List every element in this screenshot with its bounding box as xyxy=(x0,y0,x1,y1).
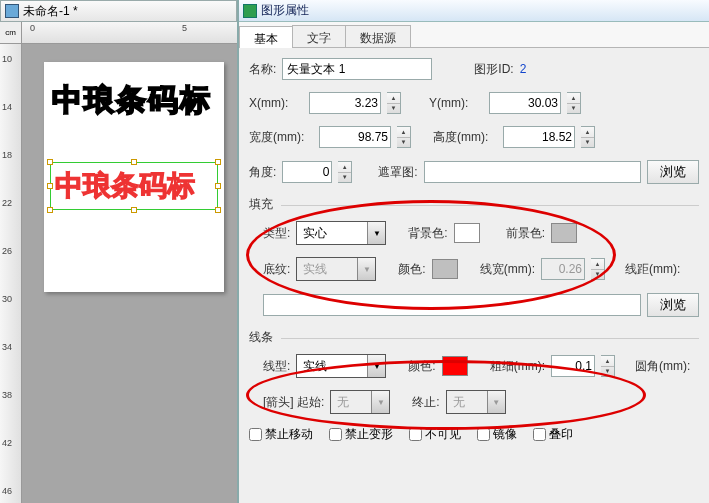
mask-input[interactable] xyxy=(424,161,641,183)
resize-handle[interactable] xyxy=(47,183,53,189)
lock-scale-checkbox[interactable]: 禁止变形 xyxy=(329,426,393,443)
y-label: Y(mm): xyxy=(429,96,483,110)
mask-label: 遮罩图: xyxy=(378,164,417,181)
thickness-label: 粗细(mm): xyxy=(490,358,545,375)
y-input[interactable] xyxy=(489,92,561,114)
chevron-down-icon: ▼ xyxy=(487,391,505,413)
panel-title: 图形属性 xyxy=(239,0,709,22)
corner-label: 圆角(mm): xyxy=(635,358,690,375)
invisible-checkbox[interactable]: 不可见 xyxy=(409,426,461,443)
bgcolor-label: 背景色: xyxy=(408,225,447,242)
browse-mask-button[interactable]: 浏览 xyxy=(647,160,699,184)
fill-type-label: 类型: xyxy=(263,225,290,242)
pattern-linew-spinner: ▲▼ xyxy=(591,258,605,280)
x-spinner[interactable]: ▲▼ xyxy=(387,92,401,114)
angle-spinner[interactable]: ▲▼ xyxy=(338,161,352,183)
lock-move-checkbox[interactable]: 禁止移动 xyxy=(249,426,313,443)
pattern-lined-label: 线距(mm): xyxy=(625,261,680,278)
doc-icon xyxy=(5,4,19,18)
name-input[interactable] xyxy=(282,58,432,80)
line-group-label: 线条 xyxy=(249,329,699,346)
text-object-1[interactable]: 中琅条码标 xyxy=(52,80,212,121)
ruler-unit: cm xyxy=(0,22,22,44)
thickness-input[interactable] xyxy=(551,355,595,377)
browse-pattern-button[interactable]: 浏览 xyxy=(647,293,699,317)
id-label: 图形ID: xyxy=(474,61,513,78)
tab-basic[interactable]: 基本 xyxy=(239,26,293,48)
page[interactable]: 中琅条码标 中琅条码标 xyxy=(44,62,224,292)
resize-handle[interactable] xyxy=(215,183,221,189)
pattern-color-label: 颜色: xyxy=(398,261,425,278)
doc-title: 未命名-1 * xyxy=(23,3,78,20)
overprint-checkbox[interactable]: 叠印 xyxy=(533,426,573,443)
pattern-linew-label: 线宽(mm): xyxy=(480,261,535,278)
tab-text[interactable]: 文字 xyxy=(292,25,346,47)
arrow-end-label: 终止: xyxy=(412,394,439,411)
property-tabs: 基本 文字 数据源 xyxy=(239,22,709,48)
name-label: 名称: xyxy=(249,61,276,78)
pattern-combo: 实线▼ xyxy=(296,257,376,281)
arrow-start-label: [箭头] 起始: xyxy=(263,394,324,411)
vertical-ruler: 10 14 18 22 26 30 34 38 42 46 xyxy=(0,44,22,503)
bgcolor-swatch[interactable] xyxy=(454,223,480,243)
tab-datasource[interactable]: 数据源 xyxy=(345,25,411,47)
resize-handle[interactable] xyxy=(215,159,221,165)
resize-handle[interactable] xyxy=(47,207,53,213)
chevron-down-icon: ▼ xyxy=(357,258,375,280)
x-input[interactable] xyxy=(309,92,381,114)
selection-box[interactable]: 中琅条码标 xyxy=(50,162,218,210)
resize-handle[interactable] xyxy=(47,159,53,165)
fill-group-label: 填充 xyxy=(249,196,699,213)
fill-type-combo[interactable]: 实心▼ xyxy=(296,221,386,245)
horizontal-ruler: 0 5 xyxy=(22,22,237,44)
angle-label: 角度: xyxy=(249,164,276,181)
chevron-down-icon: ▼ xyxy=(367,355,385,377)
basic-form: 名称: 图形ID: 2 X(mm): ▲▼ Y(mm): ▲▼ 宽度(mm): … xyxy=(239,48,709,465)
pattern-linew-input xyxy=(541,258,585,280)
id-value: 2 xyxy=(520,62,527,76)
width-spinner[interactable]: ▲▼ xyxy=(397,126,411,148)
properties-icon xyxy=(243,4,257,18)
pattern-label: 底纹: xyxy=(263,261,290,278)
resize-handle[interactable] xyxy=(215,207,221,213)
linetype-combo[interactable]: 实线▼ xyxy=(296,354,386,378)
width-input[interactable] xyxy=(319,126,391,148)
mirror-checkbox[interactable]: 镜像 xyxy=(477,426,517,443)
line-color-swatch[interactable] xyxy=(442,356,468,376)
height-spinner[interactable]: ▲▼ xyxy=(581,126,595,148)
canvas[interactable]: cm 0 5 10 14 18 22 26 30 34 38 42 46 中琅条… xyxy=(0,22,237,503)
text-object-2[interactable]: 中琅条码标 xyxy=(55,167,195,205)
chevron-down-icon: ▼ xyxy=(367,222,385,244)
pattern-path-input[interactable] xyxy=(263,294,641,316)
angle-input[interactable] xyxy=(282,161,332,183)
fgcolor-label: 前景色: xyxy=(506,225,545,242)
document-tab[interactable]: 未命名-1 * xyxy=(0,0,237,22)
pattern-color-swatch xyxy=(432,259,458,279)
fgcolor-swatch[interactable] xyxy=(551,223,577,243)
arrow-start-combo: 无▼ xyxy=(330,390,390,414)
resize-handle[interactable] xyxy=(131,207,137,213)
width-label: 宽度(mm): xyxy=(249,129,313,146)
arrow-end-combo: 无▼ xyxy=(446,390,506,414)
height-label: 高度(mm): xyxy=(433,129,497,146)
chevron-down-icon: ▼ xyxy=(371,391,389,413)
resize-handle[interactable] xyxy=(131,159,137,165)
line-color-label: 颜色: xyxy=(408,358,435,375)
y-spinner[interactable]: ▲▼ xyxy=(567,92,581,114)
linetype-label: 线型: xyxy=(263,358,290,375)
thickness-spinner[interactable]: ▲▼ xyxy=(601,355,615,377)
x-label: X(mm): xyxy=(249,96,303,110)
height-input[interactable] xyxy=(503,126,575,148)
